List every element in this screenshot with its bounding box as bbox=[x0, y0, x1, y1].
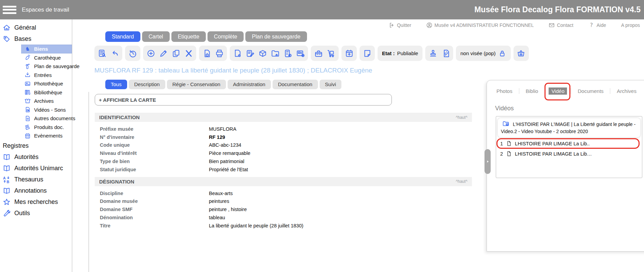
record-tab-label: Régie - Conservation bbox=[172, 81, 220, 87]
sidebar-item-label: Entrées bbox=[34, 72, 52, 78]
stamp-button[interactable] bbox=[427, 47, 439, 60]
note-button[interactable] bbox=[361, 47, 373, 60]
field-label: Statut juridique bbox=[95, 167, 209, 172]
sidebar-item-autres-documents[interactable]: Autres documents bbox=[21, 114, 72, 123]
sidebar-item-registres[interactable]: Registres bbox=[0, 140, 72, 151]
record-tab-suivi[interactable]: Suivi bbox=[320, 80, 342, 89]
sidebar-item-bibliotheque[interactable]: Bibliothèque bbox=[21, 88, 72, 97]
sidebar-item-general[interactable]: Général bbox=[0, 22, 72, 33]
field-value: ABC-abc-1234 bbox=[209, 142, 241, 148]
list-edit-button[interactable] bbox=[244, 47, 256, 60]
view-tab-cartel[interactable]: Cartel bbox=[142, 31, 170, 42]
sidebar-item-mes-recherches[interactable]: Mes recherches bbox=[0, 196, 72, 208]
hamburger-menu-icon[interactable] bbox=[3, 4, 16, 15]
utility-link-aide[interactable]: ?Aide bbox=[588, 22, 606, 28]
trolley-button[interactable] bbox=[325, 47, 337, 60]
svg-text:B: B bbox=[7, 180, 10, 183]
record-tab-documentation[interactable]: Documentation bbox=[273, 80, 318, 89]
basket-button[interactable] bbox=[515, 47, 527, 60]
sidebar-item-entrees[interactable]: Entrées bbox=[21, 71, 72, 80]
sidebar-item-annotations[interactable]: Annotations bbox=[0, 185, 72, 196]
list-search-button[interactable] bbox=[96, 47, 108, 60]
sidebar-item-archives[interactable]: Archives bbox=[21, 97, 72, 106]
doc-export-button[interactable] bbox=[201, 47, 213, 60]
sidebar-item-carotheque[interactable]: Carothèque bbox=[21, 53, 72, 62]
sidebar-item-biens[interactable]: ♞Biens bbox=[21, 45, 72, 53]
record-tab-description[interactable]: Description bbox=[129, 80, 165, 89]
utility-link-a-propos[interactable]: A propos bbox=[621, 22, 640, 28]
video-item-2[interactable]: 2LHISTOIRE PAR LIMAGE La Lib… bbox=[498, 150, 640, 158]
visa-chip[interactable]: non visée (pop) bbox=[456, 46, 510, 61]
media-tab-biblio[interactable]: Biblio bbox=[523, 87, 541, 95]
card-add-button[interactable] bbox=[294, 47, 306, 60]
utility-link-quitter[interactable]: Quitter bbox=[389, 22, 411, 28]
sidebar-item-autorites-unimarc[interactable]: Autorités Unimarc bbox=[0, 163, 72, 174]
doc-attach-button[interactable] bbox=[231, 47, 243, 60]
show-map-toggle[interactable]: + AFFICHER LA CARTE bbox=[95, 94, 392, 106]
sidebar-item-plan-de-sauvegarde[interactable]: Plan de sauvegarde bbox=[21, 62, 72, 71]
view-tab-complete[interactable]: Complète bbox=[208, 31, 244, 42]
media-tab-archives[interactable]: Archives bbox=[614, 87, 639, 95]
media-tab-video[interactable]: Vidéo bbox=[549, 87, 567, 95]
view-tab-plan-de-sauvegarde[interactable]: Plan de sauvegarde bbox=[245, 31, 307, 42]
package-button[interactable] bbox=[257, 47, 269, 60]
utility-link-contact[interactable]: Contact bbox=[549, 22, 573, 28]
video-item-1[interactable]: 1LHISTOIRE PAR LIMAGE La Lib.. bbox=[498, 140, 640, 147]
tab-separator bbox=[545, 88, 545, 94]
sidebar-item-outils[interactable]: Outils bbox=[0, 208, 72, 219]
field-row: Code uniqueABC-abc-1234 bbox=[95, 141, 472, 149]
invoice-button[interactable] bbox=[282, 47, 294, 60]
sidebar-item-evenements[interactable]: Evènements bbox=[21, 131, 72, 140]
calendar-add-button[interactable] bbox=[343, 47, 355, 60]
utility-row: QuitterMusée v4 ADMINISTRATEUR FONCTIONN… bbox=[389, 22, 640, 28]
undo-icon bbox=[110, 49, 119, 58]
history-button[interactable] bbox=[127, 47, 139, 60]
media-tabs: PhotosBiblioVidéoDocumentsArchives bbox=[487, 80, 644, 95]
document-icon bbox=[25, 115, 31, 122]
panel-collapse-handle[interactable] bbox=[485, 149, 491, 174]
utility-link-user[interactable]: Musée v4 ADMINISTRATEUR FONCTIONNEL bbox=[426, 22, 534, 28]
utility-label: Contact bbox=[557, 22, 573, 28]
add-circle-button[interactable] bbox=[145, 47, 157, 60]
doc-export-icon bbox=[202, 49, 211, 58]
field-label: Discipline bbox=[95, 191, 209, 196]
view-tab-etiquette[interactable]: Etiquette bbox=[171, 31, 206, 42]
delete-x-button[interactable] bbox=[183, 47, 195, 60]
pencil-button[interactable] bbox=[157, 47, 169, 60]
sidebar-item-produits-doc[interactable]: Produits doc. bbox=[21, 123, 72, 132]
sidebar-item-label: Mes recherches bbox=[14, 198, 58, 206]
record-tab-tous[interactable]: Tous bbox=[105, 80, 127, 89]
undo-button[interactable] bbox=[109, 47, 121, 60]
wrench-icon bbox=[3, 209, 11, 217]
field-label: Préfixe musée bbox=[95, 126, 209, 132]
status-chip[interactable]: Etat :Publiable bbox=[378, 46, 423, 61]
sidebar-item-autorites[interactable]: Autorités bbox=[0, 151, 72, 163]
media-tab-label: Vidéo bbox=[551, 88, 564, 94]
inbox-down-icon bbox=[25, 72, 31, 78]
doc-wand-button[interactable] bbox=[440, 47, 451, 60]
record-tab-label: Documentation bbox=[278, 81, 312, 87]
record-tab-administration[interactable]: Administration bbox=[228, 80, 271, 89]
sidebar-item-phototheque[interactable]: Photothèque bbox=[21, 79, 72, 88]
view-tab-standard[interactable]: Standard bbox=[105, 31, 140, 42]
media-tab-photos[interactable]: Photos bbox=[494, 87, 515, 95]
view-tab-label: Standard bbox=[112, 34, 134, 39]
back-to-top-link[interactable]: ^haut^ bbox=[456, 115, 467, 120]
field-value: Pièce remarquable bbox=[209, 150, 250, 156]
sidebar-item-label: Autres documents bbox=[34, 115, 75, 121]
media-tab-documents[interactable]: Documents bbox=[575, 87, 606, 95]
record-tab-label: Suivi bbox=[325, 81, 336, 87]
folder-image-button[interactable] bbox=[269, 47, 281, 60]
video-item-title: LHISTOIRE PAR LIMAGE La Lib.. bbox=[515, 141, 589, 146]
sidebar-item-thesaurus[interactable]: ABThesaurus bbox=[0, 174, 72, 185]
record-tab-regie-conservation[interactable]: Régie - Conservation bbox=[167, 80, 226, 89]
copy-button[interactable] bbox=[170, 47, 182, 60]
sidebar-item-bases[interactable]: Bases bbox=[0, 33, 72, 45]
sidebar-item-videos-sons[interactable]: Vidéos - Sons bbox=[21, 106, 72, 114]
back-to-top-link[interactable]: ^haut^ bbox=[456, 179, 467, 184]
video-group-item[interactable]: L'HISTOIRE PAR L'IMAGE | La Liberté guid… bbox=[498, 118, 640, 137]
open-book-icon bbox=[3, 187, 11, 195]
toolbox-button[interactable] bbox=[312, 47, 324, 60]
printer-button[interactable] bbox=[213, 47, 225, 60]
history-icon bbox=[128, 49, 137, 58]
